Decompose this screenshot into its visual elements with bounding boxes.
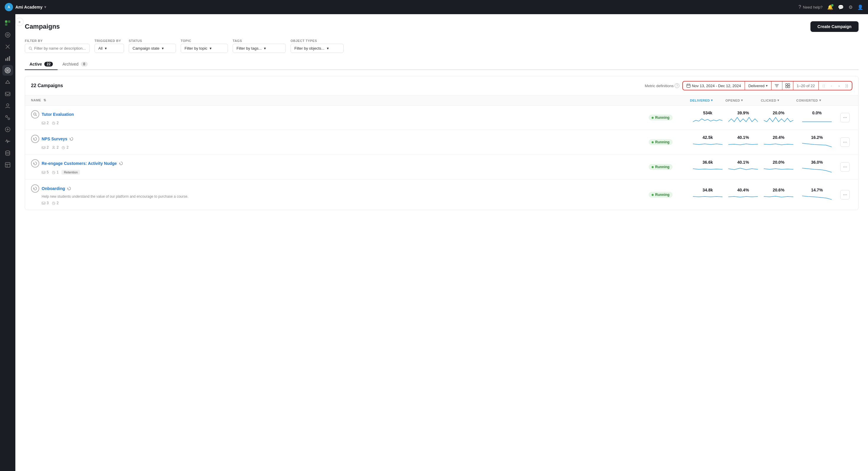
clicked-value: 20.0% xyxy=(773,160,784,165)
campaign-link[interactable]: Re-engage Customers: Activity Nudge xyxy=(42,161,117,166)
triggered-by-select[interactable]: All ▾ xyxy=(94,44,124,53)
svg-rect-23 xyxy=(788,86,790,88)
col-header-opened[interactable]: OPENED ▾ xyxy=(725,98,761,102)
campaign-rows-container: Tutor Evaluation 2 2 Running 534k xyxy=(25,106,858,210)
metric-def-label: Metric definitions xyxy=(645,84,674,88)
more-actions-button[interactable]: ··· xyxy=(840,138,850,147)
create-campaign-button[interactable]: Create Campaign xyxy=(810,21,859,32)
sidebar-item-inbox[interactable] xyxy=(2,89,13,99)
table-row: Tutor Evaluation 2 2 Running 534k xyxy=(25,106,858,130)
brand-name[interactable]: Ami Academy ▾ xyxy=(16,5,46,9)
filter-by-input[interactable] xyxy=(34,46,86,51)
tab-active-count: 22 xyxy=(44,62,53,66)
tab-active[interactable]: Active 22 xyxy=(25,59,58,70)
more-actions-button[interactable]: ··· xyxy=(840,113,850,122)
delivered-sparkline xyxy=(693,193,722,202)
more-actions-button[interactable]: ··· xyxy=(840,162,850,172)
campaign-name-col: Tutor Evaluation 2 2 xyxy=(31,110,649,125)
chat-button[interactable]: 💬 xyxy=(838,4,844,10)
sidebar-item-campaigns[interactable] xyxy=(2,65,13,76)
page-first-button[interactable]: ⟨⟨ xyxy=(820,82,828,90)
tags-label: TAGS xyxy=(232,39,286,42)
table-row: NPS Surveys 2 2 2 Running 42.5k 40 xyxy=(25,130,858,154)
campaign-link[interactable]: Onboarding xyxy=(42,186,65,191)
sidebar-item-close[interactable] xyxy=(2,41,13,52)
metric-help-icon[interactable]: ? xyxy=(675,83,679,88)
sort-icon: ▾ xyxy=(819,98,822,102)
metric-definitions-button[interactable]: Metric definitions ? xyxy=(645,83,680,88)
clicked-cell: 20.0% xyxy=(761,160,796,174)
need-help-button[interactable]: ? Need help? xyxy=(799,4,823,10)
toolbar-controls-group: Nov 13, 2024 - Dec 12, 2024 Delivered ▾ xyxy=(682,81,852,90)
delivered-value: 42.5k xyxy=(702,135,713,140)
more-actions-button[interactable]: ··· xyxy=(840,190,850,200)
status-select[interactable]: Campaign state ▾ xyxy=(129,44,176,53)
sidebar-item-dashboard[interactable] xyxy=(2,30,13,40)
tab-archived-label: Archived xyxy=(62,62,78,66)
delivered-sparkline xyxy=(693,116,722,125)
clicked-cell: 20.6% xyxy=(761,188,796,202)
campaign-name-row: Tutor Evaluation xyxy=(31,110,649,118)
user-button[interactable]: 👤 xyxy=(857,4,863,10)
status-badge: Running xyxy=(649,164,673,170)
delivered-cell: 34.8k xyxy=(690,188,725,202)
campaign-icon xyxy=(31,135,39,143)
sort-button[interactable] xyxy=(771,82,782,90)
converted-cell: 36.0% xyxy=(796,160,838,174)
clicked-sparkline xyxy=(764,140,793,149)
campaign-status-col: Running xyxy=(649,115,690,121)
svg-point-24 xyxy=(34,113,36,115)
col-header-converted[interactable]: CONVERTED ▾ xyxy=(796,98,838,102)
main-content: Campaigns Create Campaign FILTER BY TRIG… xyxy=(16,14,868,471)
sidebar-item-broadcasts[interactable] xyxy=(2,77,13,87)
toolbar-right: Metric definitions ? Nov 13, 2024 xyxy=(645,81,852,90)
opened-value: 40.4% xyxy=(737,188,749,193)
chat-icon: 💬 xyxy=(838,4,844,10)
tag-badge: Retention xyxy=(61,170,80,175)
page-prev-button[interactable]: ‹ xyxy=(828,82,835,90)
filter-by-input-wrapper[interactable] xyxy=(25,44,90,53)
col-header-clicked[interactable]: CLICKED ▾ xyxy=(761,98,796,102)
actions-col: ··· xyxy=(838,113,852,122)
view-toggle-button[interactable] xyxy=(782,82,793,90)
status-badge: Running xyxy=(649,139,673,145)
col-header-name[interactable]: NAME ⇅ xyxy=(31,98,655,102)
clicked-sparkline xyxy=(764,165,793,174)
meta-emails: 3 xyxy=(42,201,49,205)
sidebar-item-pulse[interactable] xyxy=(2,136,13,147)
col-header-delivered[interactable]: DELIVERED ▾ xyxy=(690,98,725,102)
metric-select-label: Delivered xyxy=(748,84,765,88)
chevron-down-icon: ▾ xyxy=(327,46,329,51)
tab-archived[interactable]: Archived 0 xyxy=(58,59,92,70)
sidebar-item-integrations[interactable] xyxy=(2,112,13,123)
object-types-select[interactable]: Filter by objects... ▾ xyxy=(290,44,344,53)
campaigns-section: 22 Campaigns Metric definitions ? xyxy=(25,76,859,210)
date-picker-button[interactable]: Nov 13, 2024 - Dec 12, 2024 xyxy=(683,82,744,90)
sidebar xyxy=(0,14,16,471)
settings-button[interactable]: ⚙ xyxy=(848,4,852,10)
topic-select[interactable]: Filter by topic ▾ xyxy=(181,44,228,53)
svg-rect-21 xyxy=(788,84,790,85)
campaign-link[interactable]: NPS Surveys xyxy=(42,137,67,141)
sidebar-item-database[interactable] xyxy=(2,148,13,158)
sidebar-item-contacts[interactable] xyxy=(2,100,13,111)
page-last-button[interactable]: ⟩⟩ xyxy=(843,82,850,90)
svg-rect-22 xyxy=(786,86,787,88)
clicked-sparkline xyxy=(764,116,793,125)
sidebar-item-table[interactable] xyxy=(2,159,13,170)
status-dot xyxy=(652,117,654,119)
filter-by-group: FILTER BY xyxy=(25,39,90,53)
page-title: Campaigns xyxy=(25,23,60,30)
tags-select[interactable]: Filter by tags... ▾ xyxy=(232,44,286,53)
page-next-button[interactable]: › xyxy=(835,82,843,90)
sidebar-expand-button[interactable]: » xyxy=(16,18,24,26)
metric-select-button[interactable]: Delivered ▾ xyxy=(745,82,771,90)
help-icon: ? xyxy=(799,4,801,10)
sidebar-item-reports[interactable] xyxy=(2,53,13,64)
svg-rect-17 xyxy=(5,163,10,167)
converted-sparkline xyxy=(802,193,832,202)
notifications-button[interactable]: 🔔 xyxy=(827,4,833,10)
opened-value: 40.1% xyxy=(737,160,749,165)
campaign-link[interactable]: Tutor Evaluation xyxy=(42,112,74,117)
sidebar-item-profile[interactable] xyxy=(2,124,13,135)
